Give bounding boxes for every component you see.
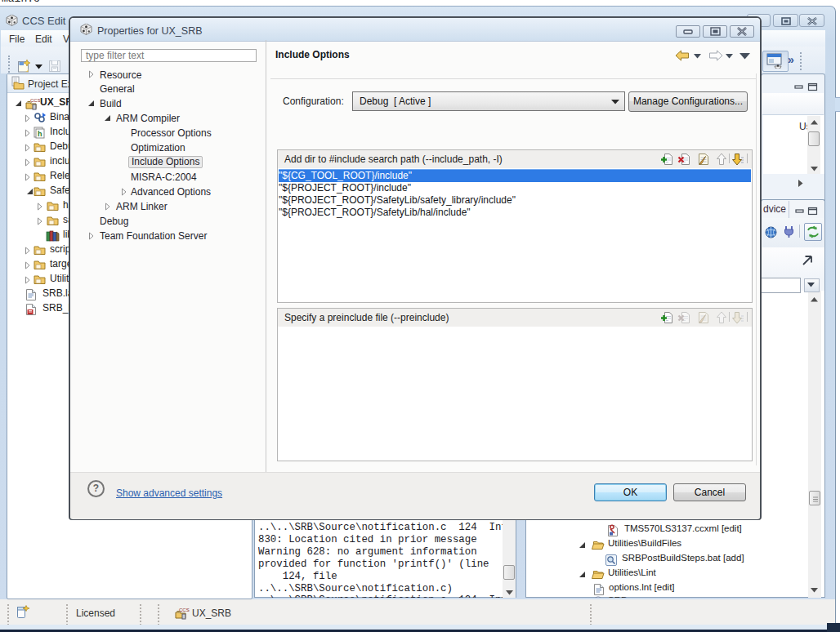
svg-text:CCS: CCS [30, 98, 40, 103]
svg-text:h: h [38, 130, 42, 138]
